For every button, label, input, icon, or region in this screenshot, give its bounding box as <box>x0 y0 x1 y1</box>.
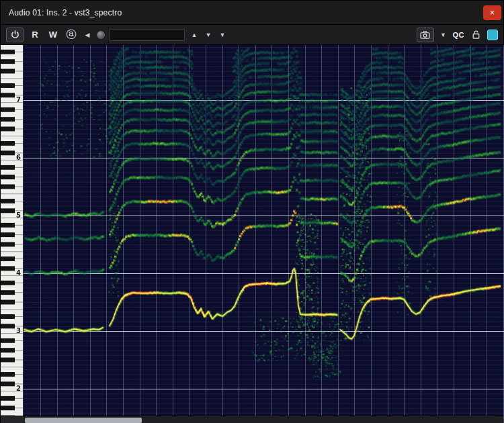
write-automation-button[interactable]: W <box>46 28 60 42</box>
piano-keyboard[interactable] <box>1 45 24 423</box>
mix-knob[interactable] <box>97 31 105 39</box>
auto-button[interactable]: ⓐ <box>65 28 78 42</box>
window-title: Audio 01: Ins. 2 - vst3_spectro <box>1 8 122 17</box>
snapshot-button[interactable] <box>417 28 434 42</box>
bypass-button[interactable] <box>6 28 24 42</box>
lock-button[interactable] <box>469 28 482 42</box>
camera-icon <box>420 31 430 39</box>
preset-name-field[interactable] <box>110 29 185 41</box>
plugin-window: Audio 01: Ins. 2 - vst3_spectro × R W ⓐ … <box>0 0 504 423</box>
preset-menu-button[interactable]: ▼ <box>218 28 227 42</box>
power-icon <box>11 30 19 39</box>
editor-color-button[interactable] <box>487 30 498 40</box>
scrollbar-corner <box>1 416 24 423</box>
snapshot-menu-button[interactable]: ▼ <box>439 28 448 42</box>
close-icon: × <box>490 8 495 17</box>
previous-preset-button[interactable]: ▲ <box>190 28 199 42</box>
lock-icon <box>472 30 480 39</box>
titlebar[interactable]: Audio 01: Ins. 2 - vst3_spectro × <box>1 1 503 25</box>
back-arrow-button[interactable]: ◀ <box>83 28 92 42</box>
next-preset-button[interactable]: ▼ <box>204 28 213 42</box>
spectrogram-editor <box>1 45 503 423</box>
close-button[interactable]: × <box>483 5 501 20</box>
quick-controls-label: QC <box>453 31 465 39</box>
plugin-toolbar: R W ⓐ ◀ ▲ ▼ ▼ ▼ QC <box>1 25 503 45</box>
read-automation-button[interactable]: R <box>28 28 42 42</box>
scrollbar-thumb[interactable] <box>25 418 142 423</box>
spectrogram-display[interactable] <box>24 45 504 423</box>
horizontal-scrollbar[interactable] <box>24 416 503 423</box>
